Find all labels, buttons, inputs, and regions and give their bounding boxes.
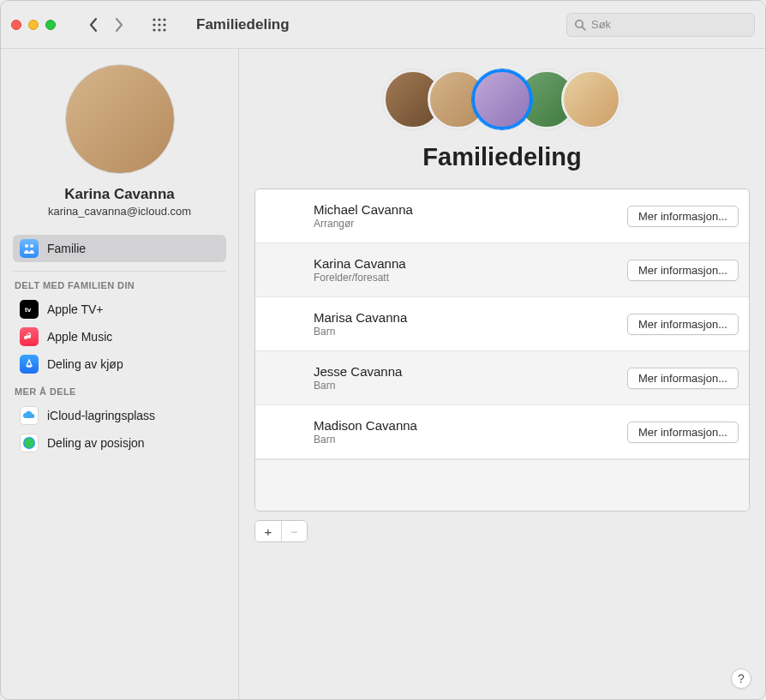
sidebar-item-purchase-sharing[interactable]: Deling av kjøp bbox=[13, 350, 226, 378]
svg-point-7 bbox=[158, 28, 160, 31]
member-avatar bbox=[266, 252, 302, 288]
sidebar-item-label: Deling av kjøp bbox=[47, 357, 123, 371]
search-field[interactable] bbox=[566, 13, 755, 37]
account-header: Karina Cavanna karina_cavanna@icloud.com bbox=[13, 64, 226, 218]
sidebar-item-familie[interactable]: Familie bbox=[13, 235, 226, 262]
svg-point-8 bbox=[163, 28, 165, 31]
close-window-button[interactable] bbox=[11, 20, 21, 30]
search-input[interactable] bbox=[591, 18, 747, 31]
icloud-icon bbox=[20, 406, 39, 425]
more-info-button[interactable]: Mer informasjon... bbox=[627, 260, 739, 281]
avatar bbox=[65, 64, 175, 174]
main-content: Familiedeling Michael Cavanna Arrangør M… bbox=[239, 49, 765, 699]
svg-point-12 bbox=[30, 244, 33, 248]
nav-arrows bbox=[88, 17, 124, 33]
account-name: Karina Cavanna bbox=[64, 186, 175, 203]
forward-button[interactable] bbox=[114, 17, 124, 33]
svg-line-10 bbox=[582, 27, 585, 30]
more-info-button[interactable]: Mer informasjon... bbox=[627, 422, 739, 443]
section-heading-more: MER Å DELE bbox=[15, 386, 224, 397]
member-row[interactable]: Marisa Cavanna Barn Mer informasjon... bbox=[255, 297, 749, 351]
apple-tv-icon: tv bbox=[20, 300, 39, 319]
zoom-window-button[interactable] bbox=[45, 20, 56, 30]
help-button[interactable]: ? bbox=[731, 668, 751, 689]
sidebar-item-location-sharing[interactable]: Deling av posisjon bbox=[13, 429, 226, 457]
sidebar-item-apple-music[interactable]: Apple Music bbox=[13, 323, 226, 350]
divider bbox=[13, 271, 226, 272]
svg-point-3 bbox=[153, 23, 155, 26]
sidebar-item-label: iCloud-lagringsplass bbox=[47, 409, 155, 422]
more-info-button[interactable]: Mer informasjon... bbox=[627, 314, 739, 335]
hero: Familiedeling bbox=[254, 69, 750, 171]
list-empty-area bbox=[255, 459, 749, 511]
member-row[interactable]: Michael Cavanna Arrangør Mer informasjon… bbox=[255, 189, 749, 243]
member-role: Forelder/foresatt bbox=[314, 272, 615, 284]
sidebar-item-label: Familie bbox=[47, 242, 86, 255]
more-info-button[interactable]: Mer informasjon... bbox=[627, 368, 739, 389]
family-member-list: Michael Cavanna Arrangør Mer informasjon… bbox=[254, 188, 750, 512]
more-info-button[interactable]: Mer informasjon... bbox=[627, 206, 739, 227]
find-my-icon bbox=[20, 434, 39, 452]
member-role: Barn bbox=[314, 434, 615, 446]
window-title: Familiedeling bbox=[196, 16, 290, 33]
member-role: Arrangør bbox=[314, 218, 615, 230]
member-row[interactable]: Karina Cavanna Forelder/foresatt Mer inf… bbox=[255, 243, 749, 297]
remove-member-button[interactable]: − bbox=[281, 521, 307, 541]
sidebar-item-label: Deling av posisjon bbox=[47, 436, 145, 450]
member-role: Barn bbox=[314, 380, 615, 392]
sidebar-item-label: Apple Music bbox=[47, 330, 112, 344]
hero-avatar bbox=[561, 69, 621, 129]
svg-point-6 bbox=[153, 28, 155, 31]
sidebar-item-apple-tv[interactable]: tv Apple TV+ bbox=[13, 296, 226, 323]
member-role: Barn bbox=[314, 326, 615, 338]
member-avatar bbox=[266, 198, 302, 234]
search-icon bbox=[574, 19, 586, 31]
back-button[interactable] bbox=[88, 17, 99, 33]
toolbar: Familiedeling bbox=[1, 1, 765, 49]
svg-point-11 bbox=[25, 244, 28, 248]
svg-point-5 bbox=[163, 23, 165, 26]
svg-text:tv: tv bbox=[25, 306, 32, 314]
member-avatar bbox=[266, 306, 302, 342]
sidebar-item-icloud-storage[interactable]: iCloud-lagringsplass bbox=[13, 402, 226, 429]
hero-avatar-selected bbox=[472, 69, 532, 129]
svg-point-1 bbox=[158, 18, 160, 21]
family-icon bbox=[20, 239, 39, 258]
member-name: Karina Cavanna bbox=[314, 256, 615, 271]
hero-title: Familiedeling bbox=[422, 143, 581, 171]
minimize-window-button[interactable] bbox=[28, 20, 39, 30]
member-name: Michael Cavanna bbox=[314, 202, 615, 217]
app-store-icon bbox=[20, 355, 39, 374]
account-email: karina_cavanna@icloud.com bbox=[48, 205, 191, 218]
preferences-window: Familiedeling Karina Cavanna karina_cava… bbox=[0, 0, 766, 700]
member-avatar bbox=[266, 360, 302, 396]
member-row[interactable]: Jesse Cavanna Barn Mer informasjon... bbox=[255, 351, 749, 405]
sidebar-item-label: Apple TV+ bbox=[47, 302, 104, 316]
show-all-icon[interactable] bbox=[152, 17, 167, 33]
member-name: Marisa Cavanna bbox=[314, 310, 615, 325]
family-avatar-row bbox=[383, 69, 621, 129]
member-name: Jesse Cavanna bbox=[314, 364, 615, 379]
svg-point-4 bbox=[158, 23, 160, 26]
add-member-button[interactable]: + bbox=[255, 521, 281, 541]
list-controls: + − bbox=[254, 520, 750, 542]
apple-music-icon bbox=[20, 327, 39, 346]
member-avatar bbox=[266, 414, 302, 450]
window-controls bbox=[11, 20, 56, 30]
svg-point-2 bbox=[163, 18, 165, 21]
section-heading-shared: DELT MED FAMILIEN DIN bbox=[15, 280, 224, 290]
svg-point-0 bbox=[153, 18, 155, 21]
sidebar: Karina Cavanna karina_cavanna@icloud.com… bbox=[1, 49, 239, 699]
member-row[interactable]: Madison Cavanna Barn Mer informasjon... bbox=[255, 405, 749, 459]
member-name: Madison Cavanna bbox=[314, 418, 615, 433]
